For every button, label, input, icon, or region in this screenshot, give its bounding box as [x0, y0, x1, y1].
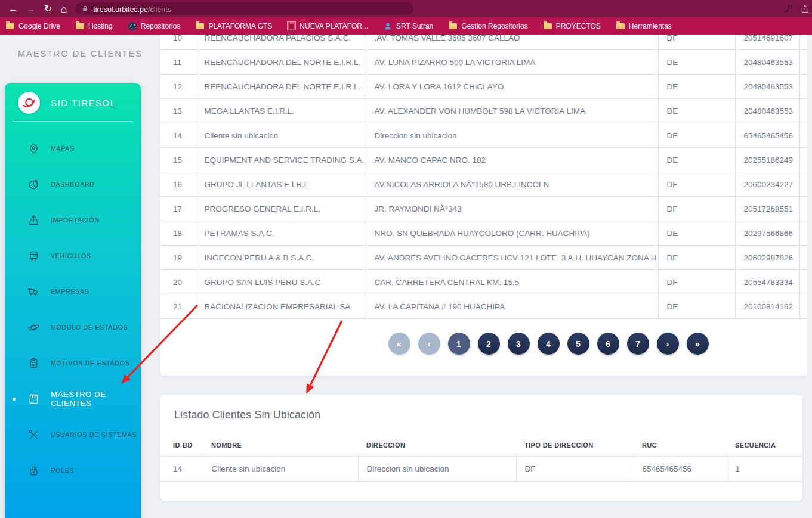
table-cell: 15 — [160, 148, 196, 172]
folder-icon — [616, 23, 625, 29]
bookmark-herramientas[interactable]: Herramientas — [616, 22, 672, 30]
table-cell: MEGA LLANTAS E.I.R.L. — [196, 99, 366, 123]
scrollbar[interactable] — [807, 35, 812, 518]
table-cell: AV.NICOLAS ARRIOLA NÂ°1580 URB.LINCOLN — [366, 172, 658, 197]
bookmark-proyectos[interactable]: PROYECTOS — [544, 22, 601, 30]
table-cell: PETRAMAS S.A.C. — [196, 221, 366, 246]
sidebar-item-maestro-de-clientes[interactable]: MAESTRO DE CLIENTES — [5, 381, 141, 417]
lock-icon — [27, 464, 40, 477]
table-cell: 11 — [160, 50, 196, 75]
sidebar-item-empresas[interactable]: EMPRESAS — [5, 274, 141, 309]
table-cell: DF — [658, 270, 735, 294]
share-icon[interactable] — [800, 4, 810, 14]
page-button-»[interactable]: » — [687, 333, 709, 355]
column-header: TIPO DE DIRECCIÓN — [516, 433, 634, 457]
sidebar-item-motivos-de-estados[interactable]: MOTIVOS DE ESTADOS — [5, 345, 141, 381]
person-icon — [384, 22, 392, 30]
table-cell: DF — [658, 123, 735, 148]
page-button-3[interactable]: 3 — [508, 333, 530, 355]
page-button-7[interactable]: 7 — [627, 333, 649, 355]
table-cell: 20480463553 — [735, 99, 799, 123]
sidebar-item-mapas[interactable]: MAPAS — [5, 131, 141, 166]
bookmark-label: SRT Sutran — [396, 22, 433, 30]
url-text: tiresol.orbitec.pe/clients — [93, 4, 171, 14]
table-cell: 20517268551 — [735, 197, 799, 221]
table-cell: 20100814162 — [735, 294, 799, 319]
page-button-5[interactable]: 5 — [567, 333, 589, 355]
page-button-2[interactable]: 2 — [478, 333, 500, 355]
page-button-4[interactable]: 4 — [538, 333, 560, 355]
bookmark-nueva-platafor[interactable]: NUEVA PLATAFOR... — [288, 22, 368, 30]
browser-topbar: ← → ↻ ⌂ tiresol.orbitec.pe/clients — [0, 0, 812, 17]
bookmark-label: NUEVA PLATAFOR... — [300, 22, 368, 30]
bookmark-gestion-repositorios[interactable]: Gestion Repositorios — [449, 22, 527, 30]
table-cell: 20297566866 — [735, 221, 799, 246]
bookmark-google-drive[interactable]: Google Drive — [6, 22, 60, 30]
planet-icon — [27, 321, 40, 334]
table-row: 16GRUPO JL LLANTAS E.I.R.LAV.NICOLAS ARR… — [160, 172, 812, 197]
sidebar-item-label: VEHÍCULOS — [51, 252, 91, 259]
sidebar-item-dashboard[interactable]: DASHBOARD — [5, 166, 141, 202]
column-header: ID-BD — [160, 433, 203, 457]
table-cell: 19 — [160, 246, 196, 270]
brand: SID TIRESOL — [5, 83, 141, 121]
forward-icon[interactable]: → — [26, 4, 36, 14]
home-icon[interactable]: ⌂ — [60, 4, 67, 14]
table-cell: Direccion sin ubicacion — [366, 123, 658, 148]
bookmark-label: Hosting — [88, 22, 113, 30]
bookmark-label: Google Drive — [18, 22, 60, 30]
bookmark-label: Gestion Repositorios — [461, 22, 527, 30]
table-cell: DE — [658, 99, 735, 123]
back-icon[interactable]: ← — [8, 4, 18, 14]
page-button-‹[interactable]: ‹ — [418, 333, 440, 355]
truck-icon — [27, 286, 40, 298]
table-cell: DE — [658, 294, 735, 319]
table-row: 19INGECON PERU A & B S.A.C.AV. ANDRES AV… — [160, 246, 812, 270]
table-cell: DE — [658, 221, 735, 246]
table-cell: AV. LORA Y LORA 1612 CHICLAYO — [366, 75, 658, 99]
key-icon[interactable] — [783, 4, 794, 14]
sidebar-item-usuarios-de-sistemas[interactable]: USUARIOS DE SISTEMAS — [5, 417, 141, 452]
sidebar-item-roles[interactable]: ROLES — [5, 452, 141, 488]
bookmark-hosting[interactable]: Hosting — [76, 22, 113, 30]
table-row: 14Cliente sin ubicacionDireccion sin ubi… — [160, 123, 812, 148]
page-button-›[interactable]: › — [657, 333, 679, 355]
address-bar[interactable]: tiresol.orbitec.pe/clients — [75, 2, 413, 15]
sidebar-item-importaci-n[interactable]: IMPORTACIÓN — [5, 202, 141, 238]
page-button-«[interactable]: « — [388, 333, 410, 355]
page-button-6[interactable]: 6 — [597, 333, 619, 355]
clients-table-card: 10REENCAUCHADORA PALACIOS S.A.C.,AV. TOM… — [160, 0, 812, 376]
sidebar-item-label: ROLES — [51, 467, 75, 474]
table-cell: REENCAUCHADORA DEL NORTE E.I.R.L. — [196, 75, 366, 99]
table-cell: Cliente sin ubicacion — [203, 457, 358, 482]
bookmark-label: Herramientas — [629, 22, 672, 30]
table-cell: 20480463553 — [735, 50, 799, 75]
sidebar-item-label: MAPAS — [51, 145, 75, 152]
column-header: RUC — [634, 433, 727, 457]
table-cell: INGECON PERU A & B S.A.C. — [196, 246, 366, 270]
table-row: 12REENCAUCHADORA DEL NORTE E.I.R.L.AV. L… — [160, 75, 812, 99]
table-cell: 20480463553 — [735, 75, 799, 99]
bookmark-label: PROYECTOS — [556, 22, 601, 30]
clipboard-icon — [27, 357, 40, 370]
bookmark-repositorios[interactable]: Repositorios — [128, 22, 181, 30]
table-row: 13MEGA LLANTAS E.I.R.L.AV. ALEXANDER VON… — [160, 99, 812, 123]
page-button-1[interactable]: 1 — [448, 333, 470, 355]
reload-icon[interactable]: ↻ — [44, 4, 52, 14]
table-cell: 13 — [160, 99, 196, 123]
table-cell: CAR. CARRETERA CENTRAL KM. 15.5 — [366, 270, 658, 294]
book-icon — [27, 393, 40, 405]
table-cell: DF — [516, 457, 634, 482]
sidebar-item-modulo-de-estados[interactable]: MODULO DE ESTADOS — [5, 309, 141, 345]
table-cell: DF — [658, 246, 735, 270]
table-cell: Direccion sin ubicacion — [358, 457, 516, 482]
sidebar-item-label: IMPORTACIÓN — [51, 216, 100, 224]
folder-icon — [196, 23, 204, 29]
column-header: DIRECCIÓN — [358, 433, 516, 457]
bookmark-plataforma-gts[interactable]: PLATAFORMA GTS — [196, 22, 272, 30]
bookmark-srt-sutran[interactable]: SRT Sutran — [384, 22, 433, 30]
table-cell: GRUPO JL LLANTAS E.I.R.L — [196, 172, 366, 197]
sidebar-item-veh-culos[interactable]: VEHÍCULOS — [5, 238, 141, 274]
upload-icon — [27, 214, 40, 227]
sidebar-item-label: MAESTRO DE CLIENTES — [51, 390, 141, 408]
